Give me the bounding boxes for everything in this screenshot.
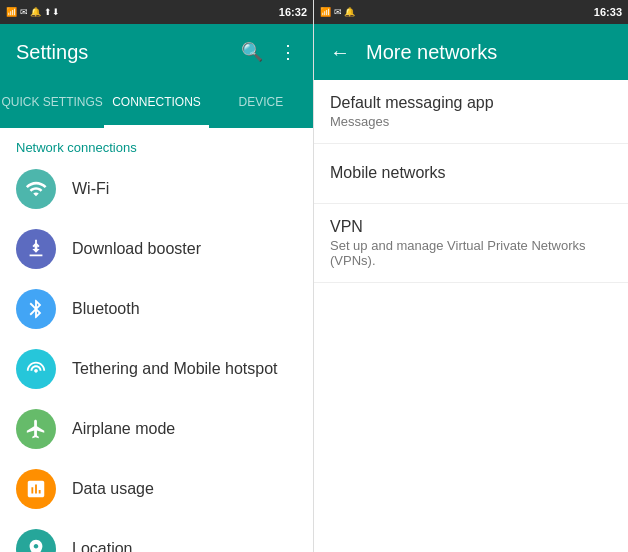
status-icons-right: 📶 ✉ 🔔 xyxy=(320,7,355,17)
tab-quick-settings[interactable]: QUICK SETTINGS xyxy=(0,80,104,128)
settings-item-data[interactable]: Data usage xyxy=(0,459,313,519)
bluetooth-icon xyxy=(16,289,56,329)
time-left: 16:32 xyxy=(279,6,307,18)
airplane-label: Airplane mode xyxy=(72,420,175,438)
more-icon[interactable]: ⋮ xyxy=(279,41,297,63)
app-bar-icons-left: 🔍 ⋮ xyxy=(241,41,297,63)
mobile-primary: Mobile networks xyxy=(330,164,612,182)
time-right: 16:33 xyxy=(594,6,622,18)
vpn-primary: VPN xyxy=(330,218,612,236)
status-icons-left: 📶 ✉ 🔔 ⬆⬇ xyxy=(6,7,60,17)
vpn-secondary: Set up and manage Virtual Private Networ… xyxy=(330,238,612,268)
data-label: Data usage xyxy=(72,480,154,498)
network-item-messaging[interactable]: Default messaging app Messages xyxy=(314,80,628,144)
wifi-icon xyxy=(16,169,56,209)
notification-icons-right: 📶 ✉ 🔔 xyxy=(320,7,355,17)
app-bar-left: Settings 🔍 ⋮ xyxy=(0,24,313,80)
wifi-label: Wi-Fi xyxy=(72,180,109,198)
back-icon[interactable]: ← xyxy=(330,41,350,64)
messaging-secondary: Messages xyxy=(330,114,612,129)
notification-icons-left: 📶 ✉ 🔔 ⬆⬇ xyxy=(6,7,60,17)
settings-item-tethering[interactable]: Tethering and Mobile hotspot xyxy=(0,339,313,399)
settings-item-bluetooth[interactable]: Bluetooth xyxy=(0,279,313,339)
section-label-network: Network connections xyxy=(0,128,313,159)
location-icon xyxy=(16,529,56,552)
settings-item-airplane[interactable]: Airplane mode xyxy=(0,399,313,459)
app-title-left: Settings xyxy=(16,41,88,64)
download-icon xyxy=(16,229,56,269)
right-panel: 📶 ✉ 🔔 16:33 ← More networks Default mess… xyxy=(314,0,628,552)
tab-connections[interactable]: CONNECTIONS xyxy=(104,80,208,128)
download-label: Download booster xyxy=(72,240,201,258)
tab-device[interactable]: DEVICE xyxy=(209,80,313,128)
network-item-mobile[interactable]: Mobile networks xyxy=(314,144,628,204)
settings-item-wifi[interactable]: Wi-Fi xyxy=(0,159,313,219)
tethering-icon xyxy=(16,349,56,389)
status-bar-left: 📶 ✉ 🔔 ⬆⬇ 16:32 xyxy=(0,0,313,24)
status-bar-right: 📶 ✉ 🔔 16:33 xyxy=(314,0,628,24)
data-icon xyxy=(16,469,56,509)
search-icon[interactable]: 🔍 xyxy=(241,41,263,63)
messaging-primary: Default messaging app xyxy=(330,94,612,112)
app-bar-right: ← More networks xyxy=(314,24,628,80)
settings-item-download[interactable]: Download booster xyxy=(0,219,313,279)
bluetooth-label: Bluetooth xyxy=(72,300,140,318)
network-item-vpn[interactable]: VPN Set up and manage Virtual Private Ne… xyxy=(314,204,628,283)
airplane-icon xyxy=(16,409,56,449)
tab-bar: QUICK SETTINGS CONNECTIONS DEVICE xyxy=(0,80,313,128)
settings-item-location[interactable]: Location xyxy=(0,519,313,552)
tethering-label: Tethering and Mobile hotspot xyxy=(72,360,277,378)
more-networks-list: Default messaging app Messages Mobile ne… xyxy=(314,80,628,552)
location-label: Location xyxy=(72,540,133,552)
settings-list: Wi-Fi Download booster Bluetooth Tetheri… xyxy=(0,159,313,552)
left-panel: 📶 ✉ 🔔 ⬆⬇ 16:32 Settings 🔍 ⋮ QUICK SETTIN… xyxy=(0,0,314,552)
app-title-right: More networks xyxy=(366,41,497,64)
